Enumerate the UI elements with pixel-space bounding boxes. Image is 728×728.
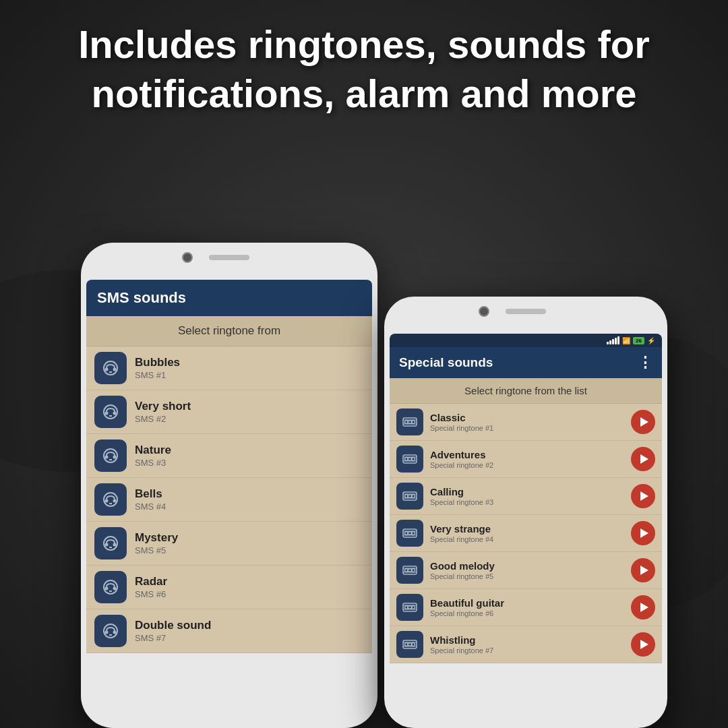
play-btn-7[interactable] — [631, 632, 655, 657]
special-item-6-icon — [396, 594, 423, 621]
special-item-1-sub: Special ringtone #1 — [430, 424, 624, 432]
sms-item-7[interactable]: Double sound SMS #7 — [86, 609, 372, 653]
play-btn-5[interactable] — [631, 558, 655, 582]
header-text: Includes ringtones, sounds for notificat… — [0, 20, 728, 118]
special-item-5-text: Good melody Special ringtone #5 — [430, 560, 624, 580]
sms-item-6-name: Radar — [135, 575, 364, 588]
special-item-7-text: Whistling Special ringtone #7 — [430, 634, 624, 655]
sms-item-2-text: Very short SMS #2 — [135, 400, 364, 424]
special-item-3-text: Calling Special ringtone #3 — [430, 486, 624, 506]
sms-item-1-sub: SMS #1 — [135, 370, 364, 380]
sms-item-1[interactable]: Bubbles SMS #1 — [86, 346, 372, 390]
special-item-7-name: Whistling — [430, 634, 624, 646]
special-item-2-sub: Special ringtone #2 — [430, 461, 624, 469]
sms-item-3-name: Nature — [135, 444, 364, 457]
special-item-2-name: Adventures — [430, 449, 624, 460]
special-item-5-name: Good melody — [430, 560, 624, 572]
phone-right-speaker — [506, 309, 546, 314]
sms-item-3-text: Nature SMS #3 — [135, 444, 364, 468]
sms-item-4-name: Bells — [135, 487, 364, 501]
sms-item-2-icon — [94, 396, 127, 428]
play-btn-6[interactable] — [631, 595, 655, 619]
sms-item-7-icon — [94, 615, 127, 647]
special-item-2-icon — [396, 446, 423, 473]
phone-right-camera — [479, 306, 489, 317]
svg-point-6 — [113, 412, 117, 415]
sms-item-7-text: Double sound SMS #7 — [135, 619, 364, 643]
special-list: Classic Special ringtone #1 — [390, 404, 662, 663]
sms-item-1-name: Bubbles — [135, 356, 364, 369]
sms-item-1-text: Bubbles SMS #1 — [135, 356, 364, 380]
sms-item-4-sub: SMS #4 — [135, 502, 364, 512]
sms-item-4-icon — [94, 483, 127, 516]
sms-item-3[interactable]: Nature SMS #3 — [86, 434, 372, 478]
phone-left-speaker — [209, 255, 249, 260]
svg-point-5 — [105, 412, 109, 415]
sms-item-5-text: Mystery SMS #5 — [135, 531, 364, 555]
sms-item-2[interactable]: Very short SMS #2 — [86, 390, 372, 434]
special-item-1-name: Classic — [430, 412, 624, 423]
special-item-3-name: Calling — [430, 486, 624, 497]
svg-point-18 — [113, 543, 117, 547]
play-btn-2[interactable] — [631, 447, 655, 471]
special-item-5-icon — [396, 557, 423, 584]
phone-left-screen: SMS sounds Select ringtone from — [86, 280, 372, 716]
play-triangle-1 — [640, 417, 648, 427]
special-item-4[interactable]: Very strange Special ringtone #4 — [390, 515, 662, 552]
sms-app-header: SMS sounds — [86, 280, 372, 316]
special-app-header: Special sounds ⋮ — [390, 347, 662, 378]
special-item-1-icon — [396, 408, 423, 435]
header-line2: notifications, alarm and more — [40, 69, 688, 119]
svg-point-17 — [105, 543, 109, 547]
play-btn-1[interactable] — [631, 410, 655, 434]
svg-point-10 — [113, 456, 117, 459]
special-item-6-text: Beautiful guitar Special ringtone #6 — [430, 597, 624, 617]
svg-point-25 — [105, 631, 109, 634]
play-triangle-4 — [640, 528, 648, 538]
play-triangle-3 — [640, 491, 648, 501]
sms-item-6-text: Radar SMS #6 — [135, 575, 364, 599]
play-btn-3[interactable] — [631, 484, 655, 508]
svg-point-1 — [105, 368, 109, 371]
svg-point-13 — [105, 499, 109, 503]
special-subtitle: Select ringtone from the list — [390, 378, 662, 404]
special-item-4-sub: Special ringtone #4 — [430, 535, 624, 543]
svg-point-14 — [113, 499, 117, 503]
battery-indicator: 26 — [633, 337, 644, 344]
sms-item-3-sub: SMS #3 — [135, 458, 364, 468]
play-triangle-6 — [640, 603, 648, 612]
special-item-2-text: Adventures Special ringtone #2 — [430, 449, 624, 469]
special-item-6[interactable]: Beautiful guitar Special ringtone #6 — [390, 589, 662, 626]
special-item-5[interactable]: Good melody Special ringtone #5 — [390, 552, 662, 589]
special-item-1-text: Classic Special ringtone #1 — [430, 412, 624, 432]
special-item-2[interactable]: Adventures Special ringtone #2 — [390, 441, 662, 478]
special-item-1[interactable]: Classic Special ringtone #1 — [390, 404, 662, 441]
special-item-4-icon — [396, 520, 423, 547]
sms-item-4[interactable]: Bells SMS #4 — [86, 478, 372, 522]
special-item-7[interactable]: Whistling Special ringtone #7 — [390, 626, 662, 663]
svg-point-21 — [105, 587, 109, 590]
sms-item-5-icon — [94, 527, 127, 559]
more-options-icon[interactable]: ⋮ — [638, 354, 653, 371]
play-triangle-5 — [640, 566, 648, 575]
play-triangle-7 — [640, 640, 648, 649]
play-btn-4[interactable] — [631, 521, 655, 545]
sms-app-title: SMS sounds — [97, 289, 186, 307]
sms-item-4-text: Bells SMS #4 — [135, 487, 364, 512]
special-item-3[interactable]: Calling Special ringtone #3 — [390, 478, 662, 515]
sms-list: Bubbles SMS #1 — [86, 346, 372, 653]
phones-container: SMS sounds Select ringtone from — [61, 202, 667, 728]
special-item-3-sub: Special ringtone #3 — [430, 498, 624, 506]
sms-item-5-sub: SMS #5 — [135, 545, 364, 555]
sms-item-7-sub: SMS #7 — [135, 633, 364, 643]
sms-item-6[interactable]: Radar SMS #6 — [86, 566, 372, 609]
phone-right: 📶 26 ⚡ Special sounds ⋮ Select ringtone … — [384, 297, 667, 728]
sms-item-1-icon — [94, 352, 127, 384]
special-item-3-icon — [396, 483, 423, 510]
sms-item-6-sub: SMS #6 — [135, 589, 364, 599]
sms-item-6-icon — [94, 571, 127, 603]
sms-item-5[interactable]: Mystery SMS #5 — [86, 522, 372, 566]
special-item-6-sub: Special ringtone #6 — [430, 609, 624, 617]
svg-point-26 — [113, 631, 117, 634]
special-app-title: Special sounds — [399, 355, 493, 370]
